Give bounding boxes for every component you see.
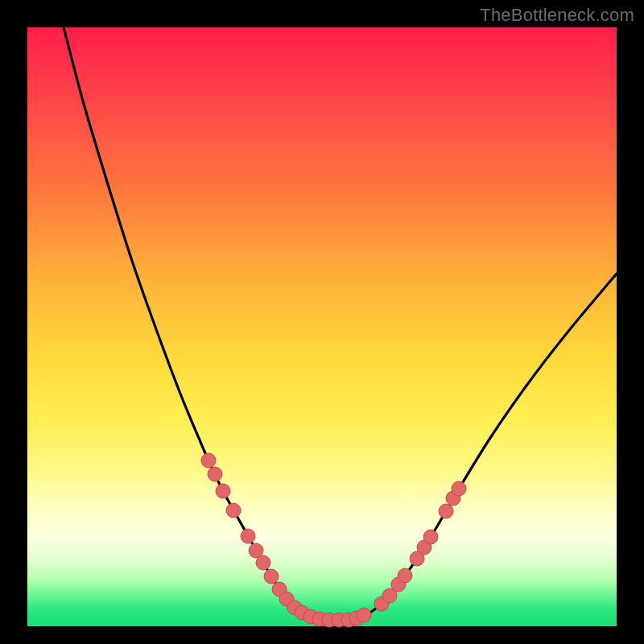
bottleneck-curve: [64, 27, 617, 620]
chart-frame: TheBottleneck.com: [0, 0, 644, 644]
curve-dot: [226, 503, 241, 518]
watermark-text: TheBottleneck.com: [480, 5, 634, 26]
curve-dot: [452, 481, 466, 496]
curve-dot: [201, 453, 216, 468]
curve-dot: [216, 484, 230, 498]
chart-plot-area: [27, 27, 617, 626]
curve-dot: [423, 530, 438, 544]
curve-dot: [256, 555, 270, 570]
curve-dot: [439, 504, 453, 518]
curve-dot: [241, 529, 255, 543]
curve-dot: [357, 608, 371, 622]
curve-dot: [398, 568, 412, 583]
curve-dot: [264, 569, 279, 584]
dot-layer: [201, 453, 466, 627]
curve-dot: [208, 467, 222, 481]
chart-svg: [27, 27, 617, 626]
